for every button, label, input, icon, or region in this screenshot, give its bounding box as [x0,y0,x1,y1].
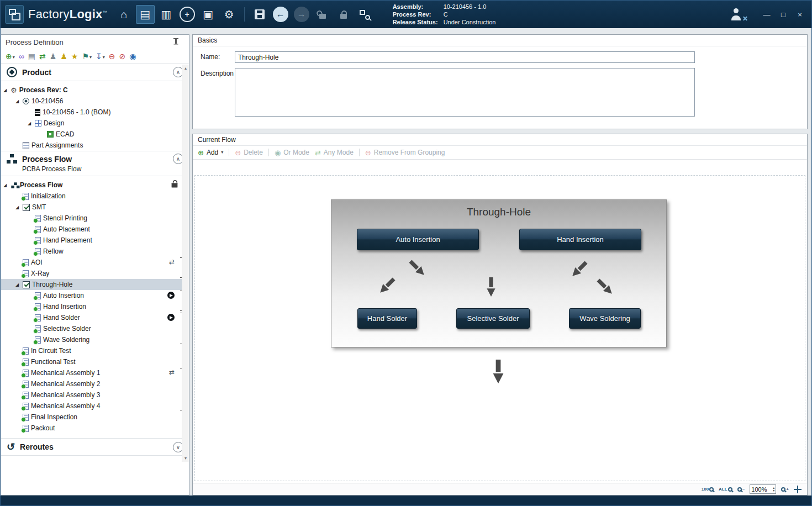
expander-icon[interactable]: ◢ [15,282,23,287]
add-icon[interactable]: ⊕▾ [6,52,15,60]
flow-node-hand-insertion[interactable]: Hand Insertion [519,229,641,250]
expander-icon[interactable]: ◢ [3,183,10,188]
reroutes-section-header[interactable]: ↺ Reroutes ∨ [1,438,189,456]
remove-icon[interactable]: ⊖ [109,52,115,60]
tree-item-auto-insertion[interactable]: Auto Insertion [1,290,189,301]
navigator-icon[interactable]: + [180,7,195,22]
tree-item-mechanical-assembly-1[interactable]: Mechanical Assembly 1 ⇄ [1,367,189,378]
tree-item-hand-insertion[interactable]: Hand Insertion [1,301,189,312]
tree-item-x-ray[interactable]: X-Ray [1,268,189,279]
tree-item-bom[interactable]: 10-210456 - 1.0 (BOM) [1,107,189,118]
tree-item-process-flow-root[interactable]: ◢Process Flow [1,180,189,191]
zoom-100-button[interactable]: 100 [702,487,714,492]
unlock-icon[interactable] [313,5,332,24]
sidebar-scrollbar[interactable]: ▴ ▾ [182,65,189,462]
tree-item-design[interactable]: ◢Design [1,118,189,129]
flow-canvas[interactable]: Through-Hole Auto Insertion Hand Inserti… [193,160,807,483]
app-title: FactoryLogix™ [28,7,107,22]
info-icon[interactable]: ◉ [129,52,136,60]
or-mode-button[interactable]: ◉ Or Mode [275,149,309,157]
tree-item-packout[interactable]: Packout [1,423,189,434]
print-icon[interactable]: ▤ [28,52,35,60]
sync-icon[interactable]: ⇄ [39,52,46,60]
process-flow-tree: ◢Process Flow Initialization ◢SMT Stenci… [1,176,189,434]
flow-node-selective-solder[interactable]: Selective Solder [456,308,530,329]
tree-item-mechanical-assembly-2[interactable]: Mechanical Assembly 2 [1,378,189,389]
process-definition-tab-icon[interactable]: ▤ [136,5,155,24]
expander-icon[interactable]: ◢ [3,88,10,93]
tree-item-in-circuit-test[interactable]: In Circuit Test [1,345,189,356]
tree-item-reflow[interactable]: Reflow [1,246,189,257]
scroll-down-icon[interactable]: ▾ [184,456,187,461]
tree-item-selective-solder[interactable]: Selective Solder [1,323,189,334]
product-section-header[interactable]: Product ∧ [1,64,189,81]
home-icon[interactable]: ⌂ [115,5,134,24]
flow-node-wave-soldering[interactable]: Wave Soldering [569,308,641,329]
expander-icon[interactable]: ◢ [15,205,23,210]
tree-item-hand-placement[interactable]: Hand Placement [1,235,189,246]
forward-icon[interactable]: → [294,7,309,22]
tree-item-assembly[interactable]: ◢10-210456 [1,96,189,107]
tree-item-auto-placement[interactable]: Auto Placement [1,224,189,235]
documents-icon[interactable]: ▣ [199,5,218,24]
tree-item-wave-soldering[interactable]: Wave Soldering [1,334,189,345]
zoom-in-button[interactable]: + [781,487,789,492]
add-step-button[interactable]: ⊕ Add ▾ [198,149,223,157]
expander-icon[interactable]: ◢ [15,99,23,104]
flag-icon[interactable]: ⚑▾ [82,52,92,60]
tree-item-part-assignments[interactable]: Part Assignments [1,140,189,151]
zoom-spinner[interactable]: ▴▾ [773,487,774,492]
lock-icon[interactable] [334,5,353,24]
link-icon[interactable]: ∞ [19,52,24,60]
any-mode-icon: ⇄ [315,149,321,157]
name-label: Name: [201,51,235,61]
star-user-icon[interactable]: ★ [71,52,78,60]
zoom-out-button[interactable]: − [737,487,745,492]
chevron-down-icon[interactable]: ▾ [221,150,223,155]
scroll-up-icon[interactable]: ▴ [184,66,187,71]
minimize-button[interactable]: — [760,8,774,20]
flow-group-through-hole[interactable]: Through-Hole Auto Insertion Hand Inserti… [331,199,667,347]
process-flow-section-header[interactable]: Process Flow ∧ PCBA Process Flow [1,151,189,176]
tree-item-final-inspection[interactable]: Final Inspection [1,412,189,423]
tree-item-through-hole[interactable]: ◢Through-Hole [1,279,189,290]
tree-item-ecad[interactable]: ECAD [1,129,189,140]
delete-step-button[interactable]: ⊖ Delete [235,149,263,157]
export-icon[interactable]: ↧▾ [96,52,105,60]
settings-gear-icon[interactable]: ⚙ [220,5,239,24]
any-mode-button[interactable]: ⇄ Any Mode [315,149,354,157]
flow-node-auto-insertion[interactable]: Auto Insertion [357,229,479,250]
data-collection-icon[interactable]: ▥ [157,5,176,24]
tree-item-aoi[interactable]: AOI ⇄ [1,257,189,268]
user-gold-icon[interactable]: ♟ [60,52,67,60]
tree-item-stencil-printing[interactable]: Stencil Printing [1,213,189,224]
expander-icon[interactable]: ◢ [28,121,35,126]
process-step-icon [23,414,29,421]
pan-button[interactable] [794,486,802,493]
tree-item-mechanical-assembly-4[interactable]: Mechanical Assembly 4 [1,400,189,412]
back-icon[interactable]: ← [273,7,288,22]
maximize-button[interactable]: □ [776,8,790,20]
user-icon[interactable]: ♟ [50,52,57,60]
stop-icon[interactable]: ⊘ [119,52,125,60]
process-flow-subtitle: PCBA Process Flow [22,165,183,173]
pin-icon[interactable] [172,38,179,46]
search-routes-icon[interactable] [355,5,374,24]
close-button[interactable]: × [793,8,807,20]
tree-item-hand-solder[interactable]: Hand Solder [1,312,189,323]
description-textarea[interactable] [235,68,695,117]
save-icon[interactable] [250,5,269,24]
remove-from-grouping-button[interactable]: ⊖ Remove From Grouping [365,149,445,157]
window-controls: — □ × [730,8,807,20]
user-logout-icon[interactable] [730,8,743,20]
flow-node-hand-solder[interactable]: Hand Solder [357,308,417,329]
zoom-all-button[interactable]: ALL [719,487,732,492]
zoom-level-input[interactable]: 100% ▴▾ [750,484,776,494]
tree-item-smt[interactable]: ◢SMT [1,202,189,213]
tree-item-process-rev[interactable]: ◢⚙Process Rev: C [1,85,189,96]
name-input[interactable] [235,51,695,63]
tree-item-functional-test[interactable]: Functional Test [1,356,189,367]
tree-item-mechanical-assembly-3[interactable]: Mechanical Assembly 3 [1,389,189,400]
process-step-icon [23,359,29,366]
tree-item-initialization[interactable]: Initialization [1,191,189,202]
